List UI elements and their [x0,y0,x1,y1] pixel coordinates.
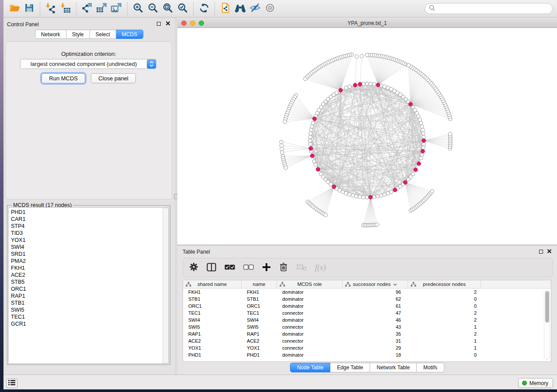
close-panel-button[interactable]: Close panel [91,73,136,83]
table-settings-button[interactable] [189,262,198,273]
table-row[interactable]: SWI4SWI4dominator462 [183,316,551,323]
mcds-result-item[interactable]: STB5 [9,279,169,285]
mcds-result-item[interactable]: CAR1 [9,216,169,223]
search-network-button[interactable] [233,2,248,16]
mcds-result-item[interactable]: RAP1 [9,292,169,299]
table-cell: 61 [343,303,408,309]
show-column-pane-button[interactable] [207,262,216,273]
tab-network-table[interactable]: Network Table [370,363,417,372]
mcds-result-item[interactable]: TEC1 [9,313,169,320]
tab-network[interactable]: Network [35,30,66,39]
column-header-predecessor-nodes[interactable]: predecessor nodes [408,280,481,288]
mcds-result-item[interactable]: SWI4 [9,244,169,251]
close-panel-icon[interactable] [166,21,170,27]
show-panels-menu-button[interactable] [6,378,17,388]
tab-motifs[interactable]: Motifs [417,363,444,372]
zoom-fit-icon [162,2,173,15]
export-network-icon [81,2,93,15]
network-window-titlebar[interactable]: YPA_prune.txt_1 [177,18,557,28]
float-table-panel-icon[interactable] [539,250,543,254]
mcds-result-item[interactable]: FKH1 [9,265,169,272]
column-header-successor-nodes[interactable]: successor nodes [343,280,408,288]
mcds-result-item[interactable]: YOX1 [9,237,169,244]
zoom-in-button[interactable] [131,2,145,16]
table-row[interactable]: ORC1ORC1dominator610 [183,303,551,309]
mcds-tab-content: Optimization criterion: largest connecte… [5,41,172,199]
add-column-button[interactable] [262,262,271,273]
table-row[interactable]: RAP1RAP1dominator352 [183,330,551,337]
delete-column-button[interactable] [279,262,288,273]
show-selected-button[interactable] [263,2,277,16]
refresh-button[interactable] [197,2,211,16]
tab-style[interactable]: Style [66,30,90,39]
mcds-result-item[interactable]: ORC1 [9,285,169,292]
table-cell: connector [277,344,343,351]
mcds-result-item[interactable]: ACE2 [9,272,169,279]
share-document-button[interactable] [218,2,233,16]
table-cell: 0 [408,296,481,303]
optimization-criterion-select[interactable]: largest connected component (undirected) [20,59,156,69]
mcds-result-item[interactable]: PMA2 [9,258,169,265]
mcds-result-list[interactable]: PHD1CAR1STP4TID3YOX1SWI4SRD1PMA2FKH1ACE2… [8,207,169,364]
mcds-result-item[interactable]: STP4 [9,223,169,230]
table-row[interactable]: ACE2ACE2connector311 [183,337,551,344]
memory-button[interactable]: Memory [518,378,553,388]
node-table-body[interactable]: FKH1FKH1dominator962STB1STB1dominator620… [183,289,551,361]
table-row[interactable]: TEC1TEC1connector472 [183,309,551,316]
export-network-button[interactable] [80,2,94,16]
open-file-button[interactable] [7,2,22,16]
column-header-name[interactable]: name [242,280,277,288]
tab-mcds[interactable]: MCDS [116,30,143,39]
network-graph[interactable] [177,28,557,244]
float-panel-icon[interactable] [157,22,161,26]
window-close-button[interactable] [181,21,187,26]
export-image-button[interactable] [109,2,124,16]
toolbar-separator [193,2,194,15]
table-cell: 18 [343,351,408,358]
delete-table-button-disabled [296,262,307,273]
mcds-result-item[interactable]: TID3 [9,230,169,237]
deselect-all-columns-button[interactable] [243,262,254,273]
mcds-result-item[interactable]: GCR1 [9,320,169,327]
close-table-panel-icon[interactable] [547,249,552,255]
table-row[interactable]: STB1STB1dominator620 [183,296,551,303]
mcds-result-item[interactable]: PHD1 [9,209,169,216]
table-scrollbar[interactable] [544,290,550,360]
status-bar: Memory [3,375,557,389]
tab-select[interactable]: Select [90,30,116,39]
window-minimize-button[interactable] [190,21,195,26]
save-floppy-icon [24,3,35,14]
export-table-button[interactable] [94,2,109,16]
import-table-button[interactable] [58,2,73,16]
zoom-out-button[interactable] [145,2,160,16]
save-session-button[interactable] [22,2,37,16]
toolbar-separator [127,2,128,15]
column-header-shared-name[interactable]: shared name [183,280,242,288]
table-row[interactable]: FKH1FKH1dominator962 [183,289,551,296]
table-panel-title: Table Panel [183,249,210,255]
zoom-fit-button[interactable] [160,2,175,16]
window-maximize-button[interactable] [199,21,204,26]
search-input[interactable] [436,6,549,12]
table-scrollbar-thumb[interactable] [545,291,549,323]
mcds-result-item[interactable]: STB1 [9,299,169,306]
mcds-result-scrollbar[interactable] [163,208,169,363]
column-header-mcds-role[interactable]: MCDS role [277,280,343,288]
import-network-button[interactable] [43,2,58,16]
zoom-in-icon [132,2,144,15]
table-row[interactable]: PHD1PHD1dominator180 [183,351,551,358]
table-row[interactable]: SWI5SWI5connector431 [183,323,551,330]
network-canvas[interactable] [177,28,557,244]
tab-node-table[interactable]: Node Table [290,363,331,372]
zoom-selected-button[interactable] [175,2,190,16]
select-all-columns-button[interactable] [225,262,235,273]
toolbar-search[interactable] [425,3,553,14]
tab-edge-table[interactable]: Edge Table [330,363,370,372]
table-row[interactable]: YOX1YOX1connector291 [183,344,551,351]
run-mcds-button[interactable]: Run MCDS [42,73,85,83]
mcds-result-item[interactable]: SRD1 [9,251,169,258]
table-cell: 1 [408,344,481,351]
column-menu-arrow-icon[interactable] [393,282,397,287]
mcds-result-item[interactable]: SWI5 [9,306,169,313]
hide-selected-button[interactable] [248,2,263,16]
